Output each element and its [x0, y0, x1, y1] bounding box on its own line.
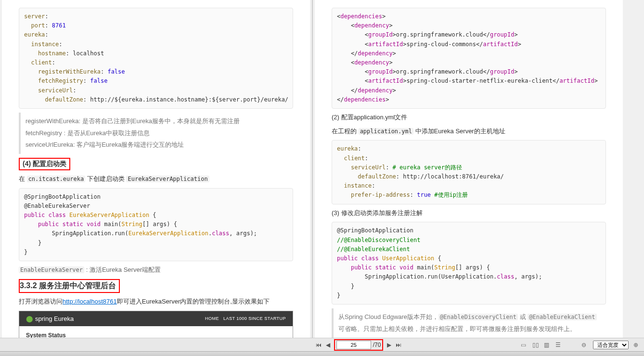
code-yaml-server: server: port: 8761 eureka: instance: hos… [19, 8, 293, 109]
heading-332: 3.3.2 服务注册中心管理后台 [20, 281, 116, 290]
code-java-eureka-app: @SpringBootApplication @EnableEurekaServ… [19, 188, 293, 261]
last-page-icon[interactable]: ⏭ [395, 341, 402, 349]
document-viewport: server: port: 8761 eureka: instance: hos… [0, 0, 644, 338]
visit-para: 打开浏览器访问http://localhost8761即可进入EurekaSer… [19, 297, 293, 307]
page-number-input[interactable] [336, 341, 371, 349]
heading-332-wrap: 3.3.2 服务注册中心管理后台 [19, 279, 293, 293]
quote-edgware: 从Spring Cloud Edgware版本开始，@EnableDiscove… [332, 308, 606, 338]
enable-note: EnableEurekaServer : 激活Eureka Server端配置 [19, 265, 293, 275]
section-2-para: 在工程的 application.yml 中添加Eureka Server的主机… [332, 127, 606, 137]
zoom-select[interactable]: 适合宽度 [593, 341, 629, 349]
highlight-box: (4) 配置启动类 [19, 158, 70, 170]
next-page-icon[interactable]: ▶ [385, 341, 393, 349]
zoom-in-icon[interactable]: ⊕ [633, 342, 640, 348]
localhost-link[interactable]: http://localhost8761 [63, 298, 117, 305]
prev-page-icon[interactable]: ◀ [324, 341, 332, 349]
os-taskbar[interactable] [0, 351, 644, 356]
section-4-title: (4) 配置启动类 [19, 158, 293, 170]
section-2-title: (2) 配置application.yml文件 [332, 113, 606, 123]
system-status-heading: System Status [26, 332, 286, 338]
view-two-icon[interactable]: ▯▯ [532, 342, 539, 348]
view-single-icon[interactable]: ▭ [521, 342, 528, 348]
page-left: server: port: 8761 eureka: instance: hos… [2, 0, 310, 338]
zoom-out-icon[interactable]: ⊖ [581, 342, 588, 348]
view-continuous-icon[interactable]: ☰ [555, 342, 562, 348]
code-yaml-client: eureka: client: serviceUrl: # eureka ser… [332, 140, 606, 204]
view-book-icon[interactable]: ▥ [544, 342, 551, 348]
page-total: /70 [373, 342, 381, 348]
first-page-icon[interactable]: ⏮ [315, 341, 322, 349]
quote-register-desc: registerWithEureka: 是否将自己注册到Eureka服务中，本身… [19, 113, 293, 154]
spring-leaf-icon: ⬤ [26, 315, 33, 322]
pdf-toolbar: ⏮ ◀ /70 ▶ ⏭ ▭ ▯▯ ▥ ☰ ⊖ 适合宽度 ⊕ [0, 338, 644, 351]
eureka-dashboard-screenshot: ⬤spring Eureka HOME LAST 1000 SINCE STAR… [19, 311, 293, 338]
page-divider [312, 0, 313, 338]
page-indicator-highlight: /70 [334, 339, 384, 351]
section-4-para: 在 cn.itcast.eureka 下创建启动类 EurekaServerAp… [19, 174, 293, 184]
section-3-title: (3) 修改启动类添加服务注册注解 [332, 208, 606, 218]
code-java-user-app: @SpringBootApplication //@EnableDiscover… [332, 222, 606, 305]
code-xml-dependencies: <dependencies> <dependency> <groupId>org… [332, 8, 606, 109]
page-right: <dependencies> <dependency> <groupId>org… [315, 0, 623, 338]
